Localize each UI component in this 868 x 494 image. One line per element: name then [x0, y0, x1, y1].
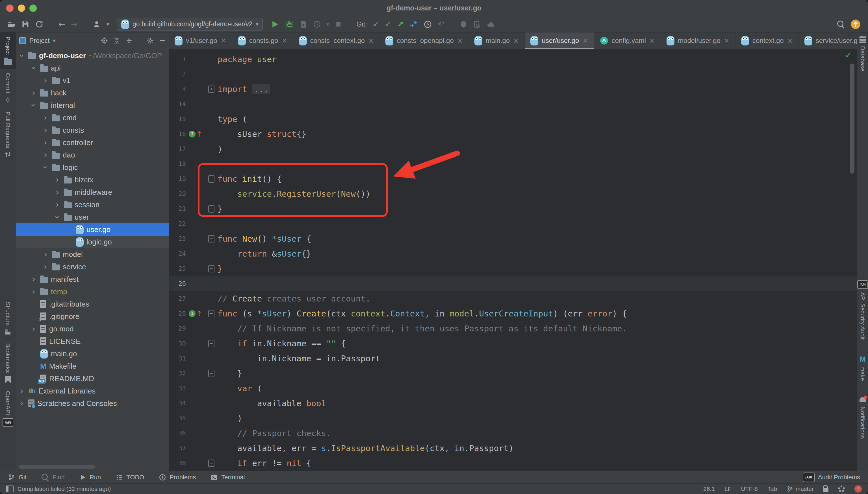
chevron-expanded-icon[interactable]: › — [18, 52, 26, 59]
tab-context-go[interactable]: context.go× — [736, 33, 799, 49]
tab-consts-context-go[interactable]: consts_context.go× — [293, 33, 380, 49]
chevron-collapsed-icon[interactable]: › — [54, 201, 61, 209]
code-line-15[interactable]: 15type ( — [169, 112, 857, 127]
tree-item-scratches-and-consoles[interactable]: ›Scratches and Consoles — [16, 397, 169, 410]
code-line-26[interactable]: 26 — [169, 276, 857, 291]
close-icon[interactable]: × — [282, 37, 287, 44]
implements-icon[interactable]: I — [189, 131, 196, 137]
update-available-icon[interactable] — [850, 19, 861, 30]
tree-item-controller[interactable]: ›controller — [16, 136, 169, 149]
run-icon[interactable] — [271, 20, 279, 28]
chevron-collapsed-icon[interactable]: › — [30, 275, 37, 283]
tool-strip-item-structure[interactable]: Structure — [0, 298, 16, 339]
tree-item-session[interactable]: ›session — [16, 198, 169, 211]
project-horizontal-scrollbar[interactable] — [19, 465, 95, 469]
chevron-down-icon[interactable]: ▾ — [53, 38, 56, 43]
code-line-37[interactable]: 37 available, err = s.IsPassportAvailabl… — [169, 441, 857, 456]
open-folder-icon[interactable] — [7, 20, 16, 28]
tree-item-service[interactable]: ›service — [16, 261, 169, 273]
git-push-icon[interactable]: ↗ — [397, 20, 404, 28]
rollback-icon[interactable]: ↶ — [438, 20, 444, 28]
tab-consts-go[interactable]: consts.go× — [232, 33, 293, 49]
tool-strip-item-pull-requests[interactable]: Pull Requests — [0, 108, 16, 162]
code-line-18[interactable]: 18 — [169, 156, 857, 171]
forward-icon[interactable]: → — [71, 20, 77, 28]
close-icon[interactable]: × — [649, 37, 655, 44]
stop-icon[interactable] — [335, 21, 342, 28]
tab-service-user-go[interactable]: service/user.go× — [799, 33, 857, 49]
tree-item-model[interactable]: ›model — [16, 248, 169, 261]
tool-window-button-find[interactable]: Find — [41, 473, 65, 481]
line-separator[interactable]: LF — [724, 486, 731, 492]
file-encoding[interactable]: UTF-8 — [741, 486, 758, 492]
close-icon[interactable]: × — [724, 37, 729, 44]
chevron-expanded-icon[interactable]: › — [30, 102, 38, 109]
code-line-14[interactable]: 14 — [169, 97, 857, 112]
tree-item-v1[interactable]: ›v1 — [16, 74, 169, 87]
implements-icon[interactable]: I — [189, 310, 196, 317]
chevron-expanded-icon[interactable]: › — [30, 64, 38, 72]
tree-item-bizctx[interactable]: ›bizctx — [16, 174, 169, 186]
tab-user-user-go[interactable]: user/user.go× — [525, 33, 594, 49]
caret-position[interactable]: 26:1 — [703, 486, 715, 492]
chevron-collapsed-icon[interactable]: › — [30, 325, 37, 333]
code-line-1[interactable]: 1package user — [169, 52, 857, 66]
tool-strip-item-api-security-audit[interactable]: /APIAPI Security Audit — [857, 276, 868, 344]
tab-main-go[interactable]: main.go× — [469, 33, 525, 49]
code-line-16[interactable]: 16I↑ sUser struct{} — [169, 127, 857, 141]
tree-item-main-go[interactable]: ›main.go — [16, 347, 169, 360]
code-line-30[interactable]: 30− if in.Nickname == "" { — [169, 336, 857, 351]
run-configuration-select[interactable]: go build github.com/gogf/gf-demo-user/v2… — [117, 18, 263, 31]
tree-item-gitattributes[interactable]: ›.gitattributes — [16, 298, 169, 310]
tree-item-consts[interactable]: ›consts — [16, 124, 169, 136]
tab-consts-openapi-go[interactable]: consts_openapi.go× — [380, 33, 469, 49]
code-line-33[interactable]: 33 var ( — [169, 381, 857, 396]
debug-icon[interactable] — [285, 20, 294, 29]
fold-collapse-icon[interactable]: − — [208, 175, 215, 183]
tool-strip-item-notifications[interactable]: Notifications — [857, 392, 868, 443]
tree-item-middleware[interactable]: ›middleware — [16, 186, 169, 198]
tree-item-makefile[interactable]: ›MMakefile — [16, 360, 169, 372]
fold-collapse-icon[interactable]: − — [208, 459, 215, 467]
chevron-collapsed-icon[interactable]: › — [42, 126, 49, 134]
tree-item-readme-md[interactable]: ›MDREADME.MD — [16, 372, 169, 385]
chevron-expanded-icon[interactable]: › — [53, 213, 61, 221]
code-line-2[interactable]: 2 — [169, 66, 857, 81]
code-line-36[interactable]: 36 // Passport checks. — [169, 426, 857, 441]
unlock-icon[interactable] — [824, 486, 829, 492]
back-icon[interactable]: ← — [58, 20, 65, 28]
tab-config-yaml[interactable]: config.yaml× — [594, 33, 661, 49]
git-commit-icon[interactable]: ✓ — [385, 20, 391, 28]
status-message[interactable]: Compilation failed (32 minutes ago) — [18, 486, 111, 492]
chevron-collapsed-icon[interactable]: › — [18, 399, 25, 407]
tool-strip-item-openapi[interactable]: OpenAPI/API — [0, 387, 16, 431]
user-profile-icon[interactable] — [92, 20, 101, 28]
tool-window-button-todo[interactable]: TODO — [115, 474, 144, 481]
code-line-32[interactable]: 32− } — [169, 366, 857, 381]
close-icon[interactable]: × — [368, 37, 374, 44]
maximize-window-icon[interactable] — [30, 4, 37, 12]
sync-icon[interactable] — [35, 20, 43, 28]
tree-item-internal[interactable]: ›internal — [16, 99, 169, 112]
git-update-icon[interactable]: ↙ — [373, 20, 379, 28]
tab-model-user-go[interactable]: model/user.go× — [661, 33, 736, 49]
tree-item-user-go[interactable]: ›user.go — [16, 223, 169, 236]
tool-strip-item-make[interactable]: Mmake — [857, 351, 868, 385]
tree-item-gf-demo-user[interactable]: ›gf-demo-user ~/Workspace/Go/GOP — [16, 50, 169, 62]
chevron-collapsed-icon[interactable]: › — [42, 138, 49, 147]
history-icon[interactable] — [423, 20, 432, 28]
tool-strip-item-commit[interactable]: Commit — [0, 69, 16, 107]
chevron-collapsed-icon[interactable]: › — [30, 89, 37, 97]
search-everywhere-doc-icon[interactable] — [473, 20, 481, 28]
chevron-collapsed-icon[interactable]: › — [54, 188, 61, 196]
code-line-28[interactable]: 28I↑−func (s *sUser) Create(ctx context.… — [169, 306, 857, 321]
tree-item-external-libraries[interactable]: ›External Libraries — [16, 385, 169, 397]
locate-file-icon[interactable] — [101, 37, 108, 44]
code-line-19[interactable]: 19−func init() { — [169, 171, 857, 186]
shield-icon[interactable] — [459, 20, 467, 28]
chevron-collapsed-icon[interactable]: › — [42, 76, 49, 85]
tool-strip-item-project[interactable]: Project — [0, 33, 16, 69]
chevron-collapsed-icon[interactable]: › — [42, 263, 49, 271]
code-editor[interactable]: 1package user23+import ...1415type (16I↑… — [169, 49, 857, 471]
tree-item-go-mod[interactable]: ›go.mod — [16, 323, 169, 335]
